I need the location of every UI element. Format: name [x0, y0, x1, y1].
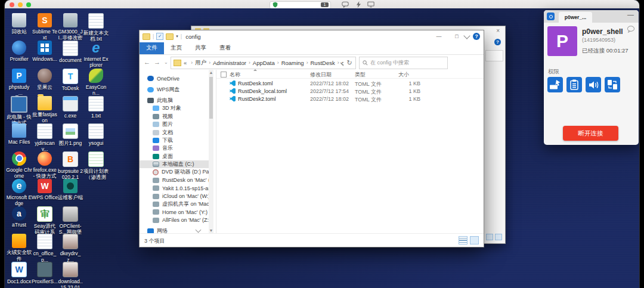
desktop-icon[interactable]: 批量fastjason	[32, 96, 58, 123]
breadcrumb-item-label[interactable]: Roaming	[281, 60, 304, 66]
keyboard-permission-button[interactable]	[547, 77, 563, 92]
actions-lightning-icon[interactable]	[356, 1, 361, 8]
desktop-icon[interactable]: dkeydrv_z...	[57, 234, 83, 262]
desktop-icon[interactable]: Seay源代码审计系统.e..	[32, 206, 58, 236]
file-row[interactable]: RustDesk.toml 2022/7/12 18:02 TOML 文件 1 …	[216, 79, 484, 87]
sidebar-item[interactable]: 下载	[140, 137, 209, 144]
sidebar-item[interactable]: 音乐	[140, 144, 209, 152]
forward-icon[interactable]: →	[154, 58, 160, 66]
breadcrumb[interactable]: « › 用户 › Administrator ›	[171, 57, 348, 69]
thumbnail-view-icon[interactable]	[495, 234, 502, 240]
desktop-icon[interactable]: Mac Files	[6, 123, 32, 145]
desktop-icon[interactable]: EasyConn...	[83, 69, 109, 96]
ribbon-tab[interactable]: 共享	[188, 42, 213, 54]
desktop-icon[interactable]: Internet Explorer	[83, 41, 109, 68]
sidebar-item[interactable]: 本地磁盘 (C:)	[140, 160, 209, 168]
file-row[interactable]: RustDesk_local.toml 2022/7/12 17:54 TOML…	[216, 87, 484, 95]
clipboard-permission-button[interactable]	[566, 77, 582, 92]
desktop-icon[interactable]: ProxifierS...	[32, 262, 58, 284]
scroll-up-icon[interactable]: ▲	[209, 70, 213, 75]
sidebar-item[interactable]: 图片	[140, 120, 209, 128]
scroll-down-icon[interactable]: ▼	[209, 228, 213, 233]
sidebar-item[interactable]: WPS网盘	[140, 85, 209, 93]
help-icon[interactable]: ?	[494, 39, 501, 45]
desktop-icon[interactable]: Microsoft Edge	[6, 179, 32, 206]
desktop-icon[interactable]: Proxifier	[6, 41, 32, 62]
expand-ribbon-icon[interactable]	[463, 32, 470, 39]
sidebar-item[interactable]: 视频	[140, 113, 209, 120]
sidebar-item[interactable]: Yakit 1.0.15-sp15-arm64	[140, 184, 209, 192]
chat-bubble-icon[interactable]	[627, 26, 635, 33]
scrollbar-thumb[interactable]	[209, 77, 213, 119]
desktop-icon[interactable]: 项目计划表（渗透测试）...	[83, 151, 109, 181]
ribbon-tab[interactable]: 主页	[164, 42, 188, 54]
close-icon[interactable]: ×	[496, 27, 500, 34]
column-header-date[interactable]: 修改日期	[310, 71, 332, 79]
select-all-checkbox[interactable]	[221, 72, 227, 78]
search-input[interactable]: 在 config 中搜索	[359, 57, 448, 69]
desktop-icon[interactable]: c.exe	[57, 96, 83, 119]
sidebar-item[interactable]: AllFiles on 'Mac' (Z:)	[140, 216, 209, 224]
breadcrumb-item[interactable]: › Roaming	[275, 60, 304, 66]
sidebar-item[interactable]: RustDesk on 'Mac' (U:)	[140, 176, 209, 184]
breadcrumb-item[interactable]: › AppData	[246, 60, 275, 66]
navigation-scrollbar[interactable]: ▲ ▼	[209, 70, 213, 233]
breadcrumb-item-label[interactable]: AppData	[253, 60, 275, 66]
sidebar-item[interactable]: 文档	[140, 128, 209, 136]
minimize-button[interactable]: —	[627, 11, 634, 18]
desktop-icon[interactable]: 火绒安全软件	[6, 234, 32, 261]
sidebar-item[interactable]: iCloud on 'Mac' (W:)	[140, 192, 209, 200]
breadcrumb-item[interactable]: › 用户	[188, 59, 206, 67]
breadcrumb-item-label[interactable]: Administrator	[213, 60, 246, 66]
help-icon[interactable]: ?	[473, 33, 480, 40]
desktop-icon[interactable]: GM3000_JI..非修改密码...	[57, 13, 83, 41]
sidebar-item[interactable]: OneDrive	[140, 75, 209, 82]
desktop-icon[interactable]: ysogui	[83, 123, 109, 146]
desktop-icon[interactable]: aTrust	[6, 206, 32, 228]
sidebar-item[interactable]: 3D 对象	[140, 104, 209, 112]
desktop-icon[interactable]: WPS Office	[32, 179, 58, 200]
desktop-icon[interactable]: yjdirscanv...	[32, 123, 58, 152]
file-name[interactable]: RustDesk.toml	[238, 80, 273, 86]
desktop-icon[interactable]: Sublime Text	[32, 13, 58, 41]
maximize-button[interactable]: □	[448, 30, 466, 42]
column-header-type[interactable]: 类型	[355, 71, 366, 79]
file-row[interactable]: RustDesk2.toml 2022/7/12 18:02 TOML 文件 1…	[216, 95, 484, 103]
file-name[interactable]: RustDesk_local.toml	[238, 88, 287, 94]
desktop-icon[interactable]: Windows...	[32, 41, 58, 62]
refresh-button[interactable]: ↻	[343, 57, 356, 69]
recent-locations-icon[interactable]: ⌄	[164, 60, 168, 65]
desktop-icon[interactable]: document	[57, 41, 83, 63]
desktop-icon[interactable]: 1.txt	[83, 96, 109, 119]
close-traffic-light[interactable]	[10, 2, 14, 7]
chevron-down-icon[interactable]: ▾	[176, 34, 178, 39]
thumbnail-view-icon[interactable]	[470, 236, 479, 244]
desktop-icon[interactable]: OPClient-S...网御堡垒机...	[57, 206, 83, 236]
properties-check-icon[interactable]: ✓	[156, 33, 163, 40]
desktop-icon[interactable]: firefox.exe - 快捷方式	[32, 151, 58, 179]
desktop-icon[interactable]: 此电脑 - 快捷方式	[6, 96, 32, 126]
desktop-icon[interactable]: phpstudy_...	[6, 69, 32, 96]
file-name[interactable]: RustDesk2.toml	[238, 96, 276, 102]
list-view-icon[interactable]	[486, 234, 493, 240]
rustdesk-toolbar-pill[interactable]: 1	[270, 1, 331, 9]
desktop-icon[interactable]: Doc1.docx	[6, 262, 32, 284]
sidebar-item[interactable]: 桌面	[140, 153, 209, 160]
new-folder-icon[interactable]	[166, 33, 174, 40]
column-header-size[interactable]: 大小	[398, 71, 409, 79]
file-transfer-permission-button[interactable]	[605, 77, 620, 92]
desktop-icon[interactable]: cn_office_p...	[32, 234, 58, 262]
column-header-name[interactable]: 名称	[230, 71, 240, 79]
back-icon[interactable]: ←	[144, 58, 150, 66]
breadcrumb-overflow[interactable]: «	[184, 60, 187, 66]
disconnect-button[interactable]: 断开连接	[563, 126, 618, 141]
explorer-titlebar[interactable]: | ✓ ▾ | config — □ ×	[140, 30, 484, 42]
list-view-icon[interactable]	[459, 236, 467, 244]
desktop-icon[interactable]: Google Chrome	[6, 151, 32, 179]
desktop-icon[interactable]: ToDesk	[57, 69, 83, 91]
chat-icon[interactable]	[342, 1, 349, 8]
breadcrumb-item-label[interactable]: RustDesk	[311, 60, 335, 66]
desktop-icon[interactable]: 坚果云	[32, 69, 58, 90]
audio-permission-button[interactable]	[586, 77, 601, 92]
zoom-traffic-light[interactable]	[26, 2, 31, 7]
